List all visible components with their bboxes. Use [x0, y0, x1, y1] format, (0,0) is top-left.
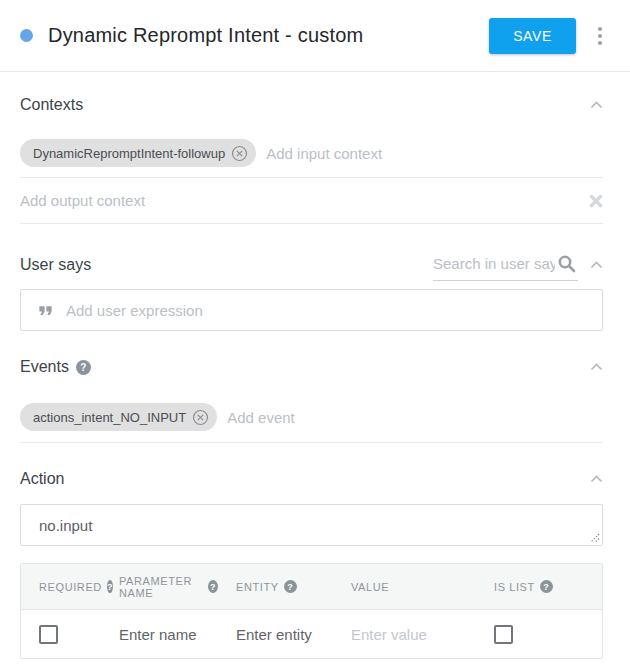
more-options-menu-icon[interactable]	[590, 27, 610, 45]
column-required: REQUIRED ?	[21, 580, 101, 593]
event-chip[interactable]: actions_intent_NO_INPUT	[20, 403, 217, 431]
remove-input-context-icon[interactable]	[231, 145, 248, 162]
parameter-name-field[interactable]	[119, 626, 213, 643]
quote-icon	[35, 300, 56, 321]
user-says-heading: User says	[20, 256, 91, 274]
resize-grip-icon[interactable]	[589, 532, 600, 543]
parameters-table-header: REQUIRED ? PARAMETER NAME ? ENTITY ? VAL…	[21, 564, 602, 610]
user-expression-box	[20, 289, 603, 331]
contexts-section-header: Contexts	[20, 95, 603, 115]
input-context-chip-label: DynamicRepromptIntent-followup	[33, 146, 225, 161]
events-divider	[20, 442, 603, 443]
contexts-collapse-chevron-up-icon[interactable]	[590, 101, 603, 109]
action-collapse-chevron-up-icon[interactable]	[590, 475, 603, 483]
remove-event-icon[interactable]	[192, 409, 209, 426]
add-user-expression-field[interactable]	[66, 302, 588, 319]
input-contexts-row: DynamicRepromptIntent-followup	[20, 139, 603, 167]
column-value: VALUE	[333, 581, 476, 593]
input-context-chip[interactable]: DynamicRepromptIntent-followup	[20, 139, 256, 167]
events-section-header: Events ?	[20, 357, 603, 377]
entity-help-icon[interactable]: ?	[284, 580, 297, 593]
save-button[interactable]: SAVE	[489, 18, 576, 54]
user-says-search	[433, 249, 578, 281]
parameter-value-field[interactable]	[351, 626, 470, 643]
action-section-header: Action	[20, 469, 603, 489]
add-output-context-field[interactable]	[20, 192, 579, 209]
clear-contexts-icon[interactable]	[589, 194, 603, 208]
contexts-heading: Contexts	[20, 96, 83, 114]
action-name-box	[20, 504, 603, 546]
parameter-entity-field[interactable]	[236, 626, 328, 643]
add-input-context-field[interactable]	[266, 145, 603, 162]
event-chip-label: actions_intent_NO_INPUT	[33, 410, 186, 425]
user-says-section-header: User says	[20, 248, 603, 282]
column-entity: ENTITY ?	[218, 580, 333, 593]
column-parameter-name: PARAMETER NAME ?	[101, 575, 218, 599]
parameter-name-help-icon[interactable]: ?	[208, 580, 218, 593]
column-is-list: IS LIST ?	[476, 580, 602, 593]
parameters-table: REQUIRED ? PARAMETER NAME ? ENTITY ? VAL…	[20, 563, 603, 659]
events-collapse-chevron-up-icon[interactable]	[590, 363, 603, 371]
is-list-checkbox[interactable]	[494, 625, 513, 644]
events-heading: Events	[20, 358, 69, 376]
events-row: actions_intent_NO_INPUT	[20, 403, 603, 431]
search-user-says-input[interactable]	[433, 255, 555, 272]
user-says-collapse-chevron-up-icon[interactable]	[590, 261, 603, 269]
required-checkbox[interactable]	[39, 625, 58, 644]
is-list-help-icon[interactable]: ?	[540, 580, 553, 593]
ml-status-dot-icon	[20, 29, 33, 42]
action-name-field[interactable]	[39, 517, 584, 534]
search-icon	[557, 254, 576, 273]
action-heading: Action	[20, 470, 64, 488]
add-event-field[interactable]	[227, 409, 603, 426]
parameter-row	[21, 610, 602, 658]
intent-header: Dynamic Reprompt Intent - custom SAVE	[0, 0, 630, 72]
page-title: Dynamic Reprompt Intent - custom	[48, 24, 363, 47]
output-context-row	[20, 177, 603, 224]
events-help-icon[interactable]: ?	[76, 360, 91, 375]
